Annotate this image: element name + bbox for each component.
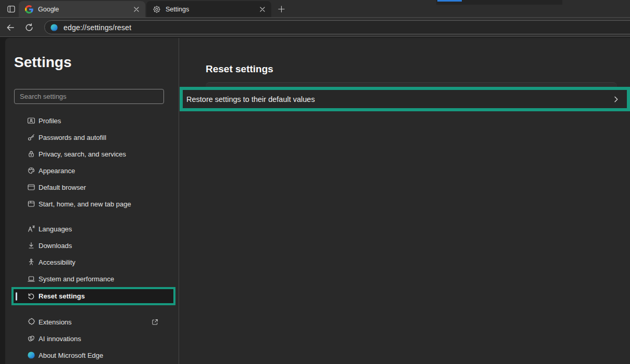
reset-icon [27,292,35,301]
sidebar-item-extensions[interactable]: Extensions [5,314,179,330]
translate-icon [27,225,35,233]
sidebar-item-ai-innovations[interactable]: AI innovations [5,330,179,347]
sidebar-item-system-performance[interactable]: System and performance [5,270,179,287]
sidebar-item-label: About Microsoft Edge [39,352,103,359]
key-icon [27,133,35,141]
sidebar-item-label: Accessibility [39,258,75,266]
sidebar-item-languages[interactable]: Languages [5,220,179,237]
sidebar-item-label: Passwords and autofill [39,134,106,141]
search-input[interactable] [14,89,164,104]
tab-search-icon[interactable] [5,4,17,14]
sidebar-item-label: Privacy, search, and services [39,150,126,158]
sidebar-item-downloads[interactable]: Downloads [5,237,179,254]
sidebar-item-label: Languages [39,225,72,233]
gear-icon [153,5,161,14]
tab-title: Settings [166,6,258,13]
tab-close-icon[interactable] [132,5,141,14]
nav-group-gap [5,305,179,314]
sidebar-divider [179,38,179,364]
settings-sidebar: Settings Profiles Passwords and [5,38,179,364]
download-icon [27,241,35,250]
puzzle-icon [27,318,35,326]
sidebar-item-appearance[interactable]: Appearance [5,162,179,179]
tab-google[interactable]: Google [19,1,145,17]
edge-logo-icon [27,351,35,359]
sidebar-item-label: Downloads [39,242,72,250]
restore-defaults-label: Restore settings to their default values [186,95,315,103]
new-tab-button[interactable] [276,4,287,14]
sidebar-item-label: Appearance [39,167,75,175]
sidebar-item-label: Default browser [39,184,86,191]
google-favicon-icon [25,5,33,14]
sidebar-item-passwords[interactable]: Passwords and autofill [5,129,179,146]
address-bar[interactable]: edge://settings/reset [44,20,630,34]
tab-settings[interactable]: Settings [146,1,271,17]
sidebar-item-privacy[interactable]: Privacy, search, and services [5,146,179,162]
sidebar-item-label: Profiles [39,117,61,125]
sidebar-item-label: Reset settings [39,292,85,300]
back-button[interactable] [5,22,16,33]
tab-strip: Google Settings [0,0,630,17]
sidebar-item-about-edge[interactable]: About Microsoft Edge [5,347,179,363]
nav-group-gap [5,212,179,220]
browser-window: Google Settings [0,0,630,364]
sidebar-item-label: Extensions [39,318,72,326]
sidebar-item-reset-settings[interactable]: Reset settings [11,287,175,305]
url-text: edge://settings/reset [64,23,131,32]
selection-indicator [16,292,17,301]
palette-icon [27,166,35,175]
browser-window-icon [27,183,35,191]
sidebar-item-label: System and performance [39,275,114,283]
section-heading: Reset settings [206,63,273,75]
page-title: Settings [14,54,71,71]
sidebar-item-accessibility[interactable]: Accessibility [5,254,179,270]
refresh-button[interactable] [23,22,35,33]
restore-defaults-row[interactable]: Restore settings to their default values [180,87,630,111]
lock-icon [27,150,35,158]
edge-favicon-icon [50,23,58,32]
accessibility-icon [27,258,35,266]
external-link-icon [151,318,159,326]
chevron-right-icon [612,95,620,103]
profile-card-icon [27,116,35,125]
laptop-icon [27,275,35,283]
sidebar-item-profiles[interactable]: Profiles [5,112,179,129]
sidebar-item-label: AI innovations [39,335,81,343]
toolbar: edge://settings/reset [0,17,630,37]
copilot-icon [27,334,35,343]
background-window-accent-bar [437,0,462,2]
sidebar-item-label: Start, home, and new tab page [39,200,131,208]
tab-title: Google [38,6,132,13]
sidebar-item-default-browser[interactable]: Default browser [5,179,179,196]
sidebar-item-start-home[interactable]: Start, home, and new tab page [5,196,179,212]
sidebar-nav: Profiles Passwords and autofill Privac [5,112,179,363]
new-tab-page-icon [27,200,35,208]
tab-close-icon[interactable] [258,5,267,14]
